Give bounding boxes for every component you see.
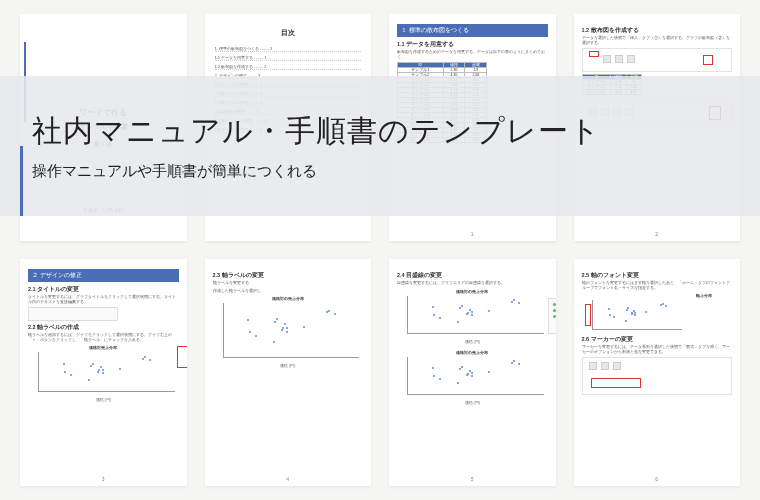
scatter-chart — [592, 300, 682, 330]
body-text: 軸ラベルを追加するには、グラフをクリックして選択状態にする。グラフ右上の「＋」ボ… — [28, 333, 179, 342]
toc-item: 1.2 散布図を作成する ........ 2 — [215, 64, 362, 70]
axis-label: 価格 (円) — [397, 340, 548, 344]
axis-label: 価格 (円) — [213, 364, 364, 368]
toc-item: 1.1 データを用意する ........ 1 — [215, 55, 362, 61]
section-heading: ２ デザインの修正 — [28, 269, 179, 282]
thumbnail-page-8: 2.5 軸のフォント変更 軸のフォントを変更するにはまず軸を選択したあと、「ホー… — [574, 259, 741, 486]
page-number: 5 — [471, 476, 474, 482]
option-dot-icon — [553, 315, 556, 318]
subsection-heading: 1.2 散布図を作成する — [582, 27, 733, 34]
scatter-chart — [223, 303, 360, 358]
body-text: 軸のフォントを変更するにはまず軸を選択したあと、「ホーム」タブのフォントグループ… — [582, 281, 733, 290]
page-grid: ワードで作る サンプル手順書 第１版 作成者：山田 太郎 目次 1. 標準の散布… — [0, 0, 760, 500]
chart-title: 価格対の売上分布 — [397, 289, 548, 294]
page-number: 1 — [471, 231, 474, 237]
option-dot-icon — [553, 303, 556, 306]
page-number: 6 — [655, 476, 658, 482]
toc-title: 目次 — [213, 28, 364, 38]
section-heading: １ 標準の散布図をつくる — [397, 24, 548, 37]
thumbnail-page-7: 2.4 目盛線の変更 目盛線を変更するには、グラフエリアの目盛線を選択する。 価… — [389, 259, 556, 486]
screenshot-placeholder — [28, 307, 118, 321]
toc-item: 1. 標準の散布図をつくる ........ 1 — [215, 46, 362, 52]
highlight-box-icon — [591, 378, 641, 388]
screenshot-ribbon — [582, 357, 733, 395]
subsection-heading: 2.3 軸ラベルの変更 — [213, 272, 364, 279]
overlay-title: 社内マニュアル・手順書のテンプレート — [32, 111, 760, 152]
page-number: 2 — [655, 231, 658, 237]
axis-label: 価格 (円) — [397, 401, 548, 405]
title-overlay: 社内マニュアル・手順書のテンプレート 操作マニュアルや手順書が簡単につくれる — [0, 76, 760, 216]
chart-title: 価格対売上分布 — [28, 345, 179, 350]
screenshot-ribbon — [582, 48, 733, 72]
page-number: 3 — [102, 476, 105, 482]
subsection-heading: 1.1 データを用意する — [397, 41, 548, 48]
body-text: 散布図を作成するためのデータを用意する。データは以下の表のようにまとめておく。 — [397, 50, 548, 59]
body-text: 軸ラベルを変更する — [213, 281, 364, 286]
subsection-heading: 2.4 目盛線の変更 — [397, 272, 548, 279]
highlight-box-icon — [703, 55, 713, 65]
subsection-heading: 2.2 軸ラベルの作成 — [28, 324, 179, 331]
chart-title: 価格対の売上分布 — [397, 350, 548, 355]
body-text: マーカーを変更するには、データ系列を選択した状態で「書式」タブを開く。マーカーの… — [582, 345, 733, 354]
highlight-box-icon — [177, 346, 187, 368]
overlay-subtitle: 操作マニュアルや手順書が簡単につくれる — [32, 162, 760, 181]
chart-title: 価格対の売上分布 — [213, 296, 364, 301]
thumbnail-page-5: ２ デザインの修正 2.1 タイトルの変更 タイトルを変更するには、グラフタイト… — [20, 259, 187, 486]
scatter-chart — [407, 357, 544, 395]
accent-bar — [20, 146, 23, 216]
page-number: 4 — [286, 476, 289, 482]
body-text: 作成した軸ラベルを選択し — [213, 289, 364, 294]
highlight-box-icon — [589, 51, 599, 57]
highlight-box-icon — [585, 304, 591, 326]
body-text: タイトルを変更するには、グラフタイトルをクリックして選択状態にする。タイトル内の… — [28, 295, 179, 304]
chart-title: 軸上分布 — [582, 293, 713, 298]
body-text: データを選択した状態で「挿入」タブ（①）を選択する。グラフの散布図（②）を選択す… — [582, 36, 733, 45]
subsection-heading: 2.1 タイトルの変更 — [28, 286, 179, 293]
scatter-chart — [38, 352, 175, 392]
body-text: 目盛線を変更するには、グラフエリアの目盛線を選択する。 — [397, 281, 548, 286]
subsection-heading: 2.5 軸のフォント変更 — [582, 272, 733, 279]
format-pane-placeholder — [548, 298, 556, 334]
axis-label: 価格 (円) — [28, 398, 179, 402]
option-dot-icon — [553, 309, 556, 312]
scatter-chart — [407, 296, 544, 334]
subsection-heading: 2.6 マーカーの変更 — [582, 336, 733, 343]
thumbnail-page-6: 2.3 軸ラベルの変更 軸ラベルを変更する 作成した軸ラベルを選択し 価格対の売… — [205, 259, 372, 486]
